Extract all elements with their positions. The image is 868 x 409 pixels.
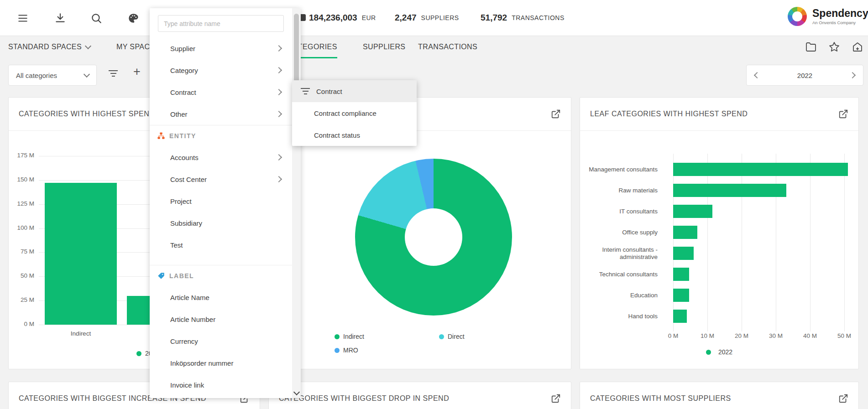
next-year-icon[interactable] — [849, 72, 856, 78]
y-tick-label: 0 M — [10, 321, 34, 327]
bar-2[interactable] — [673, 184, 786, 197]
donut-chart[interactable] — [355, 159, 512, 316]
stat-transactions: 51,792 TRANSACTIONS — [481, 0, 565, 36]
tab-transactions[interactable]: TRANSACTIONS — [418, 36, 477, 58]
legend-item-indirect[interactable]: Indirect — [335, 333, 364, 340]
menu-item-label: Project — [170, 197, 192, 205]
card-title: CATEGORIES WITH HIGHEST SPEND — [19, 110, 155, 118]
bar-5[interactable] — [673, 247, 694, 260]
category-label: Management consultants — [580, 159, 665, 180]
brand-ring-icon — [788, 7, 807, 26]
attribute-search-input[interactable] — [158, 15, 284, 32]
filter-bar: All categories + 2022 — [0, 58, 868, 89]
legend-dot — [136, 351, 141, 356]
x-tick-label: 30 M — [760, 332, 792, 339]
submenu-item-contract-status[interactable]: Contract status — [292, 124, 417, 146]
chevron-down-icon — [84, 71, 90, 78]
external-link-icon[interactable] — [838, 393, 848, 404]
menu-item-category[interactable]: Category — [150, 59, 292, 81]
menu-item-accounts[interactable]: Accounts — [150, 146, 292, 168]
menu-item-currency[interactable]: Currency — [150, 330, 292, 352]
previous-year-icon[interactable] — [754, 72, 760, 78]
menu-item-other[interactable]: Other — [150, 103, 292, 125]
bar-1[interactable] — [673, 163, 848, 176]
menu-icon[interactable] — [17, 12, 29, 24]
contract-submenu: Contract Contract compliance Contract st… — [292, 80, 417, 146]
menu-item-inkopsorder-nummer[interactable]: Inköpsorder nummer — [150, 352, 292, 374]
y-tick-label: 150 M — [10, 176, 34, 183]
legend-item-direct[interactable]: Direct — [439, 333, 465, 340]
menu-item-label: Accounts — [170, 154, 199, 161]
category-label: IT consultants — [580, 201, 665, 222]
category-label: Interim consultants - administrative — [580, 243, 665, 264]
y-tick-label: 75 M — [10, 248, 34, 255]
menu-item-label: Contract — [170, 88, 196, 96]
chevron-right-icon — [276, 111, 282, 117]
menu-item-contract[interactable]: Contract — [150, 81, 292, 103]
scrollbar[interactable] — [292, 8, 301, 398]
menu-item-article-name[interactable]: Article Name — [150, 286, 292, 308]
bar-indirect[interactable] — [45, 183, 117, 325]
home-add-icon[interactable] — [852, 41, 863, 52]
submenu-item-contract-compliance[interactable]: Contract compliance — [292, 102, 417, 124]
bar-4[interactable] — [673, 226, 697, 239]
x-tick-label: 50 M — [828, 332, 860, 339]
legend-item-mro[interactable]: MRO — [335, 347, 358, 354]
chart-legend[interactable]: 2022 — [580, 348, 858, 356]
brand-tagline: An Onventis Company — [812, 20, 868, 25]
palette-icon[interactable] — [127, 12, 139, 24]
total-spend-value: 184,236,003 — [309, 13, 357, 23]
total-spend-label: EUR — [362, 14, 376, 21]
x-category-label: Indirect — [36, 330, 126, 337]
gridline — [776, 154, 776, 331]
folder-icon[interactable] — [805, 41, 816, 52]
y-tick-label: 50 M — [10, 272, 34, 279]
year-navigator: 2022 — [746, 65, 863, 86]
external-link-icon[interactable] — [838, 109, 848, 119]
menu-item-cost-center[interactable]: Cost Center — [150, 168, 292, 190]
y-tick-label: 125 M — [10, 200, 34, 207]
brand-name: Spendency — [812, 8, 868, 19]
search-icon[interactable] — [90, 12, 102, 24]
scroll-down-icon[interactable] — [293, 389, 300, 395]
legend-dot — [706, 350, 711, 355]
external-link-icon[interactable] — [551, 393, 561, 404]
bar-3[interactable] — [673, 205, 712, 218]
gridline — [844, 154, 845, 331]
tab-bar: STANDARD SPACES MY SPACES CATEGORIES SUP… — [0, 36, 868, 58]
card-most-suppliers: CATEGORIES WITH MOST SUPPLIERS — [580, 382, 859, 409]
external-link-icon[interactable] — [551, 109, 561, 119]
menu-item-test[interactable]: Test — [150, 234, 292, 256]
card-title: CATEGORIES WITH BIGGEST DROP IN SPEND — [279, 394, 449, 403]
tab-suppliers[interactable]: SUPPLIERS — [363, 36, 405, 58]
menu-item-label: Supplier — [170, 45, 195, 52]
filter-icon — [300, 86, 310, 96]
download-icon[interactable] — [54, 12, 66, 24]
menu-item-label: Article Name — [170, 294, 209, 301]
legend-dot — [439, 334, 444, 339]
tab-transactions-label: TRANSACTIONS — [418, 43, 477, 51]
y-tick-label: 100 M — [10, 224, 34, 231]
chevron-right-icon — [276, 45, 282, 52]
menu-item-article-number[interactable]: Article Number — [150, 308, 292, 330]
card-title: LEAF CATEGORIES WITH HIGHEST SPEND — [590, 110, 748, 118]
menu-item-label: Article Number — [170, 316, 215, 323]
menu-item-subsidiary[interactable]: Subsidiary — [150, 212, 292, 234]
attribute-menu-content: Supplier Category Contract Other ENTITY … — [150, 8, 292, 398]
menu-item-label: Cost Center — [170, 176, 207, 183]
menu-item-invoice-link[interactable]: Invoice link — [150, 374, 292, 396]
tab-standard-spaces[interactable]: STANDARD SPACES — [8, 36, 90, 58]
menu-item-project[interactable]: Project — [150, 190, 292, 212]
bar-6[interactable] — [673, 268, 689, 281]
bar-8[interactable] — [673, 310, 687, 323]
star-icon[interactable] — [829, 41, 840, 52]
menu-item-supplier[interactable]: Supplier — [150, 37, 292, 59]
filter-icon[interactable] — [108, 68, 118, 78]
submenu-item-contract[interactable]: Contract — [292, 80, 417, 102]
category-filter-select[interactable]: All categories — [8, 65, 97, 86]
gridline — [742, 154, 742, 331]
y-tick-label: 25 M — [10, 296, 34, 303]
bar-7[interactable] — [673, 289, 689, 302]
add-widget-icon[interactable]: + — [133, 67, 141, 77]
top-bar: 184,236,003 EUR 2,247 SUPPLIERS 51,792 T… — [0, 0, 868, 36]
